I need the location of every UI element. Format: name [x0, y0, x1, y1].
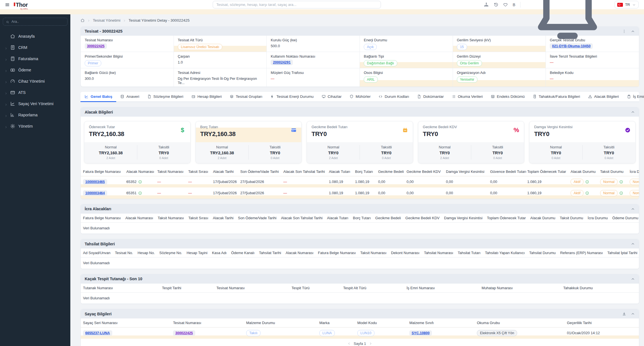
- notifications-button[interactable]: 0: [525, 0, 610, 48]
- sidebar-item-crm[interactable]: CRM: [3, 42, 68, 53]
- field-label: Kurulu Güç (kw): [271, 38, 356, 42]
- sitemap-icon[interactable]: [484, 2, 489, 7]
- sidebar-search[interactable]: [3, 18, 68, 26]
- database-icon: [120, 94, 124, 99]
- card-label: Ödenecek Tutar: [89, 125, 186, 129]
- collapse-chevron-up-icon[interactable]: [631, 277, 635, 281]
- column-header: Alacak Son Tahsilat Tarihi: [279, 214, 325, 223]
- collapse-chevron-up-icon[interactable]: [631, 312, 635, 316]
- sidebar-item-label: ATS: [18, 90, 26, 95]
- tab-hesap-bilgileri[interactable]: Hesap Bilgileri: [187, 92, 226, 102]
- tab-anaveri[interactable]: Anaveri: [116, 92, 143, 102]
- tab-label: Tahakkuk/Fatura Bilgileri: [539, 94, 580, 99]
- info-icon[interactable]: [619, 180, 623, 184]
- home-icon[interactable]: [80, 18, 85, 22]
- tab-tahakkuk-fatura-bilgileri[interactable]: Tahakkuk/Fatura Bilgileri: [529, 92, 584, 102]
- breadcrumb-tesisat-yonetimi[interactable]: Tesisat Yönetimi: [93, 18, 120, 22]
- field-link[interactable]: 200024291: [271, 60, 293, 65]
- favorites-heart-icon[interactable]: [503, 2, 508, 7]
- sidebar-item-ats[interactable]: ATS: [3, 87, 68, 98]
- page-next-button[interactable]: [369, 342, 373, 345]
- collapse-chevron-up-icon[interactable]: [631, 29, 635, 33]
- tab-endeks-d-k-m-[interactable]: Endeks Dökümü: [487, 92, 529, 102]
- taksitli-value: TRY0: [471, 151, 524, 155]
- status-badge: LUNA: [319, 330, 335, 336]
- tab-tesisat-enerji-durumu[interactable]: Tesisat Enerji Durumu: [266, 92, 317, 102]
- table-row[interactable]: 6655237-LUNA300022425TakılıLUNALUN10SYC.…: [81, 327, 639, 339]
- download-icon[interactable]: [622, 312, 626, 316]
- hamburger-menu-icon[interactable]: [5, 2, 10, 7]
- sidebar-item-saya-veri-y-netimi[interactable]: Sayaç Veri Yönetimi: [3, 98, 68, 109]
- field-badge: Dağıtımdan Bağlı: [364, 60, 397, 66]
- info-icon[interactable]: [619, 191, 623, 195]
- column-header: Tahsilat Durumu: [527, 248, 558, 257]
- summary-card-damga-vergisi-kesintisi: Damga Vergisi KesintisiTRY0NormalTRY00 A…: [529, 121, 636, 163]
- column-header: Malzeme Sınıfı: [407, 318, 475, 327]
- field-label: Belediye Kodu: [550, 71, 635, 75]
- collapse-chevron-up-icon[interactable]: [631, 110, 635, 114]
- monitor-icon: [322, 94, 326, 99]
- info-icon[interactable]: [138, 191, 142, 195]
- layers-icon: [230, 94, 234, 99]
- tab-tesisat-gruplar-[interactable]: Tesisat Grupları: [226, 92, 266, 102]
- card-label: Gecikme Bedeli KDV: [423, 125, 520, 129]
- taksitli-label: Taksitli: [471, 145, 524, 149]
- tab-s-zle-me-bilgileri[interactable]: Sözleşme Bilgileri: [143, 92, 187, 102]
- tab-dok-manlar[interactable]: Dokümanlar: [413, 92, 448, 102]
- cell-link[interactable]: SYC.10800: [409, 330, 432, 336]
- collapse-chevron-up-icon[interactable]: [631, 242, 635, 246]
- language-selector[interactable]: TR: [614, 1, 639, 8]
- global-search-input[interactable]: [213, 1, 381, 8]
- cell-link[interactable]: 1000003464: [83, 190, 107, 196]
- field-link[interactable]: 300022425: [85, 43, 107, 49]
- sidebar-item-y-netim[interactable]: Yönetim: [3, 121, 68, 132]
- taksitli-value: TRY0: [137, 151, 190, 155]
- field-tesisat-numarası: Tesisat Numarası300022425: [81, 36, 174, 52]
- tab-cihazlar[interactable]: Cihazlar: [318, 92, 346, 102]
- tab-durum-kodlar-[interactable]: Durum Kodları: [374, 92, 413, 102]
- column-header: Tespit Türü: [289, 284, 341, 293]
- tab-okuma-verileri[interactable]: Okuma Verileri: [448, 92, 487, 102]
- normal-label: Normal: [418, 145, 471, 149]
- table-icon: [491, 94, 495, 99]
- table-row[interactable]: 100000346465351——17/Şubat/202627/Şubat/2…: [81, 187, 639, 199]
- tab-m-h-rler[interactable]: Mühürler: [345, 92, 374, 102]
- table-row[interactable]: 100000346565352——17/Şubat/202627/Şubat/2…: [81, 176, 639, 187]
- column-header: Taksit Numarası: [155, 167, 186, 176]
- tahsilat-section-header: Tahsilat Bilgileri: [81, 239, 639, 248]
- tab-label: Alacak Bilgileri: [594, 94, 619, 99]
- column-header: Fatura Belge Numarası: [81, 214, 123, 223]
- page-prev-button[interactable]: [347, 342, 351, 345]
- tab-i-emirleri[interactable]: İş Emirleri: [623, 92, 644, 102]
- sidebar-item-cihaz-y-netimi[interactable]: Cihaz Yönetimi: [3, 76, 68, 87]
- sayac-section-title: Sayaç Bilgileri: [85, 312, 112, 316]
- sidebar-item-label: Anasayfa: [18, 34, 35, 39]
- cell-link[interactable]: 1000003465: [83, 179, 107, 185]
- info-icon[interactable]: [138, 180, 142, 184]
- profile-initial[interactable]: B: [513, 3, 515, 7]
- cell-link[interactable]: 6655237-LUNA: [83, 330, 112, 336]
- history-icon[interactable]: [493, 2, 498, 7]
- chevron-right-icon: [5, 102, 8, 105]
- column-header: Taksit Sırası: [186, 214, 211, 223]
- topbar-divider: [520, 2, 520, 8]
- sidebar-nav: AnasayfaCRMFaturalamaÖdemeCihaz Yönetimi…: [3, 31, 68, 132]
- cell-link[interactable]: 300022425: [173, 330, 195, 336]
- kebab-menu-icon[interactable]: [622, 29, 626, 33]
- calculator-icon: [10, 56, 15, 61]
- info-icon[interactable]: [585, 191, 589, 195]
- tab-alacak-bilgileri[interactable]: Alacak Bilgileri: [584, 92, 623, 102]
- info-icon[interactable]: [585, 180, 589, 184]
- tab-label: Tesisat Enerji Durumu: [276, 94, 313, 99]
- sidebar-item--deme[interactable]: Ödeme: [3, 64, 68, 76]
- tab-genel-bak-[interactable]: Genel Bakış: [80, 92, 116, 102]
- sidebar-item-faturalama[interactable]: Faturalama: [3, 53, 68, 64]
- sidebar-item-raporlama[interactable]: Raporlama: [3, 109, 68, 121]
- column-header: Gecikme Bedeli KDV: [404, 167, 444, 176]
- status-badge: Aktif: [571, 179, 584, 185]
- collapse-chevron-up-icon[interactable]: [631, 207, 635, 211]
- sidebar-item-anasayfa[interactable]: Anasayfa: [3, 31, 68, 42]
- summary-card-bor-tutar-: Borç TutarıTRY2,160.38NormalTRY2,160.382…: [196, 121, 302, 163]
- sidebar: AnasayfaCRMFaturalamaÖdemeCihaz Yönetimi…: [0, 14, 70, 346]
- sidebar-search-input[interactable]: [12, 20, 64, 24]
